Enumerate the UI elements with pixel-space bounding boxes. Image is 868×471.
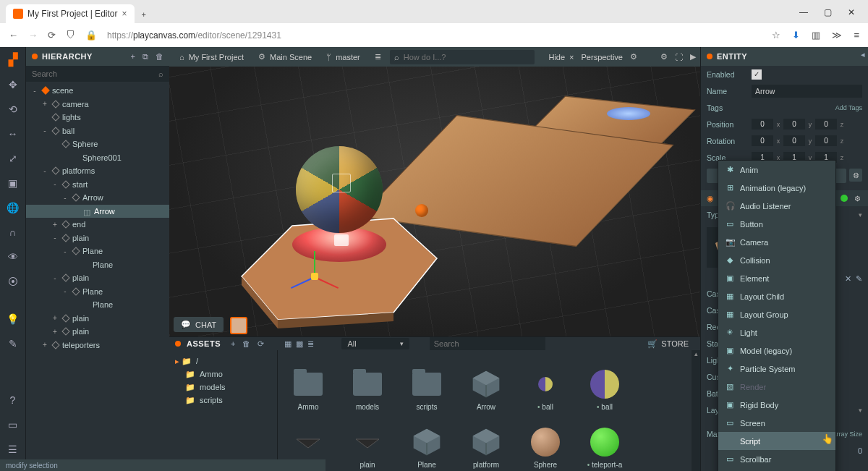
- tree-item[interactable]: +camera: [26, 98, 169, 111]
- menu-item-script[interactable]: Script: [718, 432, 835, 450]
- toggle-icon[interactable]: -: [51, 274, 59, 282]
- url[interactable]: https://playcanvas.com/editor/scene/1291…: [107, 30, 281, 41]
- collapse-panel-icon[interactable]: ◂: [861, 50, 865, 59]
- world-tool-icon[interactable]: 🌐: [6, 200, 20, 215]
- back-icon[interactable]: ←: [9, 30, 18, 41]
- toggle-icon[interactable]: -: [51, 234, 59, 242]
- menu-item-particle-system[interactable]: ✦Particle System: [718, 360, 835, 378]
- tree-item[interactable]: +end: [26, 218, 169, 232]
- menu-item-layout-group[interactable]: ▦Layout Group: [718, 305, 835, 323]
- grid-small-icon[interactable]: ▩: [296, 339, 303, 349]
- toggle-icon[interactable]: +: [51, 328, 59, 336]
- tree-item[interactable]: -Plane: [26, 285, 169, 299]
- rot-z[interactable]: [815, 135, 837, 146]
- tree-item[interactable]: Sphere: [26, 137, 169, 151]
- toggle-icon[interactable]: -: [41, 127, 49, 135]
- tree-item[interactable]: -Arrow: [26, 191, 169, 205]
- resize-tool-icon[interactable]: ⤢: [6, 151, 20, 166]
- gizmo-origin[interactable]: [311, 273, 318, 280]
- folder-item[interactable]: 📁scripts: [175, 394, 271, 407]
- tree-item[interactable]: lights: [26, 111, 169, 124]
- folder-item[interactable]: 📁Ammo: [175, 368, 271, 381]
- toggle-icon[interactable]: +: [51, 314, 59, 322]
- overflow-icon[interactable]: ≫: [832, 30, 842, 41]
- add-entity-icon[interactable]: +: [131, 52, 135, 61]
- tree-item[interactable]: Plane: [26, 298, 169, 312]
- menu-item-animation-legacy-[interactable]: ⊞Animation (legacy): [718, 179, 835, 197]
- menu-item-anim[interactable]: ✱Anim: [718, 161, 835, 179]
- rotate-tool-icon[interactable]: ⟲: [6, 102, 20, 116]
- pos-z[interactable]: [815, 119, 837, 130]
- chevron-down-icon[interactable]: ▾: [859, 407, 862, 414]
- toggle-icon[interactable]: -: [41, 167, 49, 175]
- hierarchy-search-input[interactable]: [32, 69, 158, 78]
- tree-item[interactable]: -ball: [26, 124, 169, 138]
- server-icon[interactable]: ☰: [6, 442, 20, 457]
- edit-icon[interactable]: ✎: [6, 336, 20, 351]
- chevron-down-icon[interactable]: ▾: [859, 211, 862, 218]
- menu-item-scroll-view[interactable]: ▭Scroll View: [718, 468, 835, 471]
- settings-icon[interactable]: ⚙: [660, 52, 668, 61]
- browser-tab[interactable]: My First Project | Editor ×: [6, 4, 135, 23]
- menu-item-button[interactable]: ▭Button: [718, 215, 835, 233]
- asset-item[interactable]: ball: [516, 355, 574, 411]
- entity-settings-icon[interactable]: ⚙: [849, 169, 862, 182]
- user-avatar[interactable]: [230, 317, 247, 334]
- toggle-icon[interactable]: -: [61, 287, 69, 295]
- viewport[interactable]: 💬CHAT: [169, 67, 700, 336]
- logo-icon[interactable]: ▞: [5, 51, 21, 67]
- menu-item-rigid-body[interactable]: ▣Rigid Body: [718, 396, 835, 414]
- menu-item-screen[interactable]: ▭Screen: [718, 414, 835, 432]
- tree-item[interactable]: ◫Arrow: [26, 205, 169, 218]
- tree-item[interactable]: Plane: [26, 258, 169, 272]
- move-tool-icon[interactable]: ✥: [6, 77, 20, 92]
- menu-item-layout-child[interactable]: ▦Layout Child: [718, 287, 835, 305]
- toggle-icon[interactable]: +: [41, 100, 49, 108]
- list-view-icon[interactable]: ≣: [307, 339, 314, 349]
- list-button[interactable]: ≣: [369, 50, 387, 64]
- toggle-icon[interactable]: -: [61, 194, 69, 202]
- asset-item[interactable]: plain: [339, 412, 396, 469]
- camera-selector[interactable]: Perspective: [582, 53, 623, 61]
- component-settings-icon[interactable]: ⚙: [852, 193, 862, 203]
- asset-item[interactable]: models: [339, 355, 396, 411]
- breadcrumb-project[interactable]: ⌂My First Project: [174, 50, 250, 64]
- asset-filter[interactable]: All▾: [341, 338, 409, 349]
- grid-large-icon[interactable]: ▦: [284, 339, 292, 349]
- asset-item[interactable]: teleport-a: [576, 412, 634, 469]
- hide-button[interactable]: Hide ×: [548, 53, 574, 61]
- tree-item[interactable]: +plain: [26, 312, 169, 326]
- menu-icon[interactable]: ≡: [854, 30, 859, 41]
- add-component-menu[interactable]: ✱Anim⊞Animation (legacy)🎧Audio Listener▭…: [718, 160, 836, 471]
- asset-grid[interactable]: AmmomodelsscriptsArrowballballendplainPl…: [278, 350, 692, 471]
- menu-item-collision[interactable]: ◆Collision: [718, 251, 835, 269]
- focus-tool-icon[interactable]: ⦿: [6, 274, 20, 289]
- refresh-asset-icon[interactable]: ⟳: [258, 339, 264, 349]
- new-tab-button[interactable]: +: [135, 6, 153, 23]
- menu-item-element[interactable]: ▣Element: [718, 269, 835, 287]
- add-asset-icon[interactable]: +: [231, 339, 235, 349]
- toggle-icon[interactable]: -: [51, 180, 59, 188]
- entity-name-input[interactable]: [752, 85, 862, 98]
- asset-search-input[interactable]: [430, 337, 545, 350]
- branch-selector[interactable]: ᛘmaster: [320, 50, 366, 64]
- delete-asset-icon[interactable]: 🗑: [242, 339, 250, 349]
- pos-y[interactable]: [783, 119, 805, 130]
- star-icon[interactable]: ☆: [772, 30, 780, 41]
- asset-item[interactable]: Arrow: [457, 355, 515, 411]
- fullscreen-icon[interactable]: ⛶: [675, 53, 683, 61]
- toggle-icon[interactable]: -: [61, 247, 69, 255]
- edit-asset-icon[interactable]: ✎: [856, 274, 862, 284]
- asset-item[interactable]: Sphere: [516, 412, 574, 469]
- camera-settings-icon[interactable]: ⚙: [630, 52, 637, 61]
- tree-item[interactable]: -start: [26, 178, 169, 192]
- add-tags-button[interactable]: Add Tags: [835, 104, 862, 111]
- visibility-tool-icon[interactable]: 👁: [6, 250, 20, 264]
- store-button[interactable]: 🛒STORE: [642, 339, 694, 349]
- tree-item[interactable]: -platforms: [26, 164, 169, 178]
- snap-tool-icon[interactable]: ∩: [6, 225, 20, 239]
- reload-icon[interactable]: ⟳: [48, 30, 56, 41]
- delete-icon[interactable]: 🗑: [156, 52, 163, 61]
- tree-item[interactable]: +plain: [26, 325, 169, 339]
- asset-item[interactable]: platform: [457, 412, 515, 469]
